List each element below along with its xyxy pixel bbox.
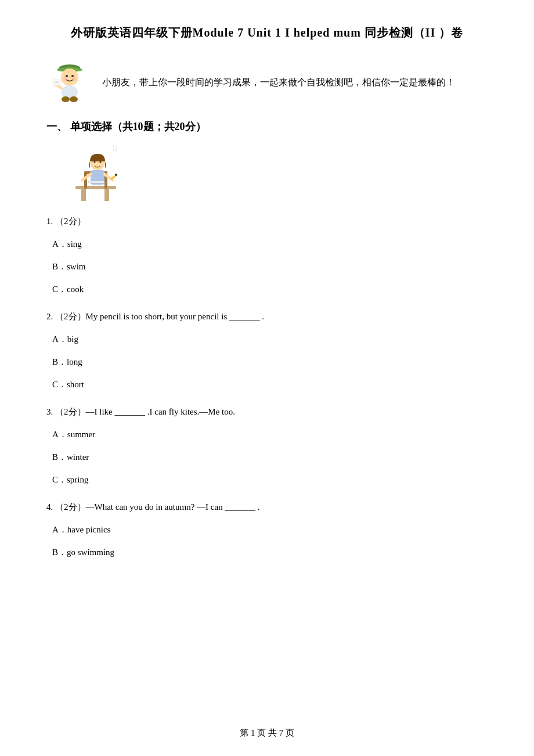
question-1-option-b: B．swim	[52, 259, 488, 275]
question-4-option-a: A．have picnics	[52, 522, 488, 538]
intro-text: 小朋友，带上你一段时间的学习成果，一起来做个自我检测吧，相信你一定是最棒的！	[102, 74, 455, 91]
page-title: 外研版英语四年级下册Module 7 Unit 1 I helped mum 同…	[46, 23, 488, 42]
page-footer: 第 1 页 共 7 页	[0, 728, 534, 739]
question-2-option-a: A．big	[52, 332, 488, 347]
svg-rect-28	[88, 181, 104, 183]
svg-line-30	[111, 175, 116, 179]
question-1-stem: 1. （2分）	[46, 214, 488, 229]
svg-point-3	[61, 69, 78, 86]
svg-point-6	[63, 77, 67, 81]
svg-point-31	[115, 174, 117, 176]
section1-title: 一、 单项选择（共10题；共20分）	[46, 120, 488, 134]
svg-point-24	[100, 161, 102, 163]
svg-point-4	[66, 75, 68, 77]
question-1-option-c: C．cook	[52, 282, 488, 297]
question-1: 1. （2分） A．sing B．swim C．cook	[46, 145, 488, 297]
question-4-stem: 4. （2分）—What can you do in autumn? —I ca…	[46, 499, 488, 515]
question-3-option-c: C．spring	[52, 472, 488, 488]
svg-point-11	[62, 96, 70, 102]
question-3: 3. （2分）—I like _______ .I can fly kites.…	[46, 404, 488, 488]
svg-rect-13	[53, 80, 60, 85]
question-4-option-b: B．go swimming	[52, 545, 488, 560]
svg-rect-17	[81, 189, 86, 201]
svg-rect-18	[104, 189, 109, 201]
question-4: 4. （2分）—What can you do in autumn? —I ca…	[46, 499, 488, 560]
svg-point-12	[70, 96, 78, 102]
question-1-image	[58, 145, 128, 209]
svg-point-5	[71, 75, 74, 77]
intro-section: 小朋友，带上你一段时间的学习成果，一起来做个自我检测吧，相信你一定是最棒的！	[46, 59, 488, 106]
mascot-icon	[46, 59, 93, 106]
question-2-option-b: B．long	[52, 354, 488, 370]
question-2-option-c: C．short	[52, 377, 488, 393]
svg-point-23	[94, 161, 96, 163]
question-2: 2. （2分）My pencil is too short, but your …	[46, 309, 488, 393]
question-3-option-b: B．winter	[52, 449, 488, 465]
question-3-stem: 3. （2分）—I like _______ .I can fly kites.…	[46, 404, 488, 420]
question-1-image-area	[58, 145, 488, 209]
svg-rect-16	[75, 186, 116, 189]
question-3-option-a: A．summer	[52, 427, 488, 442]
svg-point-7	[73, 77, 76, 81]
question-2-stem: 2. （2分）My pencil is too short, but your …	[46, 309, 488, 325]
question-1-option-a: A．sing	[52, 236, 488, 252]
